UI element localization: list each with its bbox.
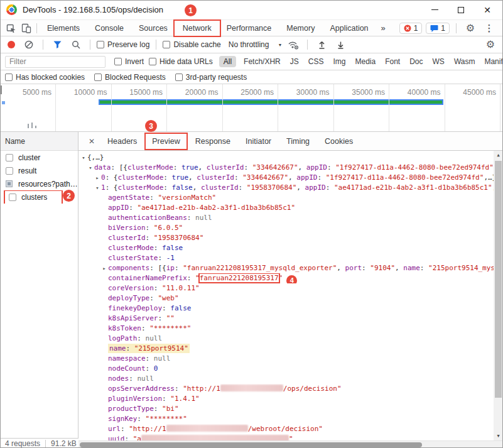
json-token-punct: :: [420, 264, 428, 272]
block-checkbox-2[interactable]: [175, 74, 183, 81]
json-line: ▾{,…}: [78, 153, 503, 163]
divider: [45, 440, 46, 447]
vertical-scrollbar[interactable]: ▲ ▼: [494, 151, 503, 440]
request-row-result[interactable]: result: [0, 164, 78, 177]
overview-mark: [35, 126, 36, 128]
json-token-null: null: [195, 214, 212, 222]
preserve-log-checkbox[interactable]: [97, 41, 104, 48]
timeline-overview[interactable]: 5000 ms10000 ms15000 ms20000 ms25000 ms3…: [0, 84, 503, 132]
network-conditions-icon[interactable]: [286, 38, 301, 52]
disclosure-triangle-icon[interactable]: ▾: [94, 183, 101, 193]
detail-tab-timing[interactable]: Timing: [281, 134, 315, 148]
json-line: biVersion: "6.0.5": [78, 223, 503, 233]
hide-data-urls-checkbox[interactable]: [149, 58, 156, 65]
settings-gear-icon[interactable]: ⚙: [463, 21, 478, 35]
json-token-null: null: [154, 354, 171, 363]
json-token-punct: :: [146, 234, 154, 242]
json-token-punct: :: [175, 385, 183, 393]
json-token-str: ": [195, 274, 200, 282]
json-token-str: /webroot/decision": [248, 425, 323, 433]
json-preview-tree: ▾{,…}▾data: [{clusterMode: true, cluster…: [78, 151, 503, 440]
filter-chip-ws[interactable]: WS: [431, 56, 446, 67]
window-title: DevTools - 192.168.5.105/ops/decision: [23, 5, 163, 14]
detail-tab-initiator[interactable]: Initiator: [240, 134, 277, 148]
more-tabs-button[interactable]: »: [376, 23, 391, 33]
json-token-str: "334642667": [242, 173, 288, 182]
filter-chip-media[interactable]: Media: [353, 56, 377, 67]
json-token-punct: ,: [288, 173, 296, 182]
annotation-badge-1: 1: [185, 4, 197, 16]
maximize-button[interactable]: [457, 6, 465, 14]
detail-tab-preview[interactable]: Preview: [146, 134, 185, 148]
tab-elements[interactable]: Elements: [40, 21, 87, 35]
tab-console[interactable]: Console: [87, 21, 131, 35]
filter-chip-font[interactable]: Font: [383, 56, 402, 67]
request-name: result: [18, 167, 36, 175]
block-checkbox-1[interactable]: [94, 74, 102, 81]
message-icon: [430, 25, 438, 32]
close-detail-icon[interactable]: ✕: [84, 132, 100, 150]
disclosure-triangle-icon[interactable]: ▸: [94, 173, 101, 183]
json-token-key: appID: [306, 163, 327, 172]
close-button[interactable]: ✕: [483, 6, 492, 14]
tab-sources[interactable]: Sources: [131, 21, 175, 35]
overflow-menu-icon[interactable]: ⋮: [482, 21, 497, 35]
scroll-down-icon[interactable]: ▼: [494, 432, 503, 440]
json-token-key: biVersion: [108, 224, 146, 232]
json-token-str: "1958370684": [247, 183, 296, 192]
json-line: clusterState: -1: [78, 253, 503, 263]
title-bar: DevTools - 192.168.5.105/ops/decision ✕: [0, 0, 503, 20]
throttling-dropdown[interactable]: No throttling ▼: [229, 40, 283, 49]
import-har-icon[interactable]: [314, 38, 329, 52]
filter-chip-css[interactable]: CSS: [306, 56, 326, 67]
tab-performance[interactable]: Performance: [219, 21, 279, 35]
json-line: uuid: "a": [78, 434, 503, 440]
device-toolbar-icon[interactable]: [19, 21, 34, 35]
json-token-key: appID: [108, 204, 129, 212]
error-badge[interactable]: 1: [399, 23, 423, 34]
network-settings-gear-icon[interactable]: ⚙: [483, 38, 498, 52]
export-har-icon[interactable]: [333, 38, 348, 52]
invert-checkbox[interactable]: [114, 58, 122, 65]
record-icon[interactable]: [8, 41, 15, 48]
json-line: pluginVersion: "1.4.1": [78, 394, 503, 404]
json-line: ▸components: [{ip: "fanruan221208195317_…: [78, 263, 503, 273]
json-token-num: 0: [154, 364, 158, 373]
block-checkbox-0[interactable]: [5, 74, 13, 81]
clear-icon[interactable]: [21, 38, 36, 52]
detail-tab-response[interactable]: Response: [190, 134, 236, 148]
indent-spacer: [100, 344, 108, 354]
tab-application[interactable]: Application: [322, 21, 376, 35]
name-column-header[interactable]: Name: [0, 132, 78, 151]
minimize-button[interactable]: [430, 6, 439, 14]
horizontal-scrollbar[interactable]: [78, 440, 503, 448]
console-message-badge[interactable]: 1: [426, 23, 450, 34]
indent-spacer: [100, 303, 108, 314]
inspect-element-icon[interactable]: [4, 21, 19, 35]
filter-chip-manifest[interactable]: Manifest: [482, 56, 503, 67]
filter-chip-js[interactable]: JS: [288, 56, 301, 67]
filter-chip-doc[interactable]: Doc: [408, 56, 425, 67]
tab-memory[interactable]: Memory: [279, 21, 322, 35]
horizontal-scroll-thumb[interactable]: [80, 442, 422, 447]
filter-chip-all[interactable]: All: [219, 56, 236, 67]
vertical-scroll-thumb[interactable]: [495, 161, 502, 398]
filter-chip-fetch-xhr[interactable]: Fetch/XHR: [242, 56, 283, 67]
divider: [90, 40, 90, 50]
filter-chip-wasm[interactable]: Wasm: [452, 56, 477, 67]
disable-cache-checkbox[interactable]: [163, 41, 170, 48]
search-icon[interactable]: [68, 38, 84, 52]
request-row-resources-path-[interactable]: resources?path…: [0, 177, 78, 190]
disclosure-triangle-icon[interactable]: ▸: [100, 263, 108, 273]
filter-chip-img[interactable]: Img: [331, 56, 347, 67]
disclosure-triangle-icon[interactable]: ▾: [80, 153, 87, 163]
scroll-up-icon[interactable]: ▲: [494, 151, 503, 160]
detail-tab-cookies[interactable]: Cookies: [319, 134, 359, 148]
indent-spacer: [100, 193, 108, 203]
disclosure-triangle-icon[interactable]: ▾: [87, 163, 94, 173]
request-row-cluster[interactable]: cluster: [0, 151, 78, 164]
tab-network[interactable]: Network: [175, 21, 219, 35]
filter-funnel-icon[interactable]: [50, 38, 65, 52]
detail-tab-headers[interactable]: Headers: [102, 134, 143, 148]
filter-input[interactable]: [5, 56, 105, 68]
